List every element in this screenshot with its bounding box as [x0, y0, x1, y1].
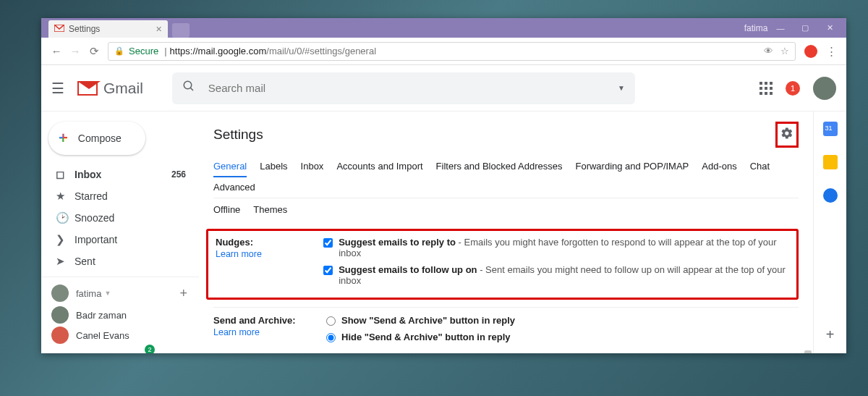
tab-general[interactable]: General	[213, 156, 247, 177]
sidebar-item-label: Starred	[75, 190, 108, 202]
avatar	[51, 306, 69, 324]
hangouts-user[interactable]: fatima ▼ +	[41, 282, 199, 305]
search-box[interactable]: ▼	[172, 72, 635, 104]
star-icon[interactable]: ☆	[780, 46, 789, 56]
titlebar: Settings ✕ fatima — ▢ ✕	[41, 18, 846, 38]
tasks-addon-icon[interactable]	[823, 188, 838, 203]
main-menu-button[interactable]: ☰	[51, 80, 67, 97]
url-field[interactable]: 🔒 Secure | https://mail.google.com /mail…	[108, 42, 796, 61]
new-conversation-button[interactable]: +	[179, 286, 187, 301]
tab-addons[interactable]: Add-ons	[702, 156, 736, 177]
tab-labels[interactable]: Labels	[260, 156, 287, 177]
settings-tabs-row2: Offline Themes	[213, 200, 799, 220]
hangouts-user-name: fatima	[76, 288, 101, 299]
chevron-down-icon: ▼	[104, 290, 111, 297]
browser-tab[interactable]: Settings ✕	[48, 20, 168, 38]
inbox-count: 256	[171, 169, 186, 180]
tab-filters[interactable]: Filters and Blocked Addresses	[436, 156, 563, 177]
chrome-profile-name[interactable]: fatima	[744, 18, 768, 38]
nav-back-button[interactable]: ←	[47, 45, 66, 57]
keep-addon-icon[interactable]	[823, 155, 838, 169]
setting-section-send-archive: Send and Archive: Learn more Show "Send …	[213, 307, 799, 353]
section-label: Nudges:	[216, 237, 323, 248]
settings-tabs: General Labels Inbox Accounts and Import…	[213, 156, 799, 198]
sidebar-item-snoozed[interactable]: 🕑 Snoozed	[41, 207, 199, 229]
window-maximize-button[interactable]: ▢	[793, 18, 817, 38]
address-bar: ← → ⟳ 🔒 Secure | https://mail.google.com…	[41, 38, 846, 65]
settings-pane: Settings General Labels Inbox Accounts a…	[199, 111, 813, 353]
scrollbar-thumb[interactable]	[804, 350, 812, 353]
option-label: Suggest emails to follow up on	[339, 264, 477, 275]
sidebar-item-label: Important	[75, 234, 117, 245]
section-label: Send and Archive:	[213, 315, 326, 326]
notifications-badge[interactable]: 1	[786, 81, 800, 96]
gmail-logo-text: Gmail	[103, 80, 143, 97]
window-close-button[interactable]: ✕	[817, 18, 842, 38]
option-label: Show "Send & Archive" button in reply	[341, 315, 515, 326]
hangouts-contact[interactable]: Badr zaman	[41, 305, 199, 325]
google-apps-button[interactable]	[760, 82, 773, 95]
nav-forward-button[interactable]: →	[66, 45, 85, 57]
learn-more-link[interactable]: Learn more	[216, 249, 262, 259]
tab-title: Settings	[69, 24, 100, 34]
account-avatar[interactable]	[813, 77, 836, 100]
send-archive-hide-radio[interactable]	[326, 333, 336, 342]
sidebar-item-label: Inbox	[75, 169, 101, 180]
sidebar-item-starred[interactable]: ★ Starred	[41, 185, 199, 207]
hangouts-contact[interactable]: Canel Evans	[41, 325, 199, 345]
compose-button[interactable]: + Compose	[48, 122, 145, 155]
search-input[interactable]	[208, 82, 618, 94]
sidebar-item-sent[interactable]: ➤ Sent	[41, 250, 199, 272]
star-icon: ★	[56, 190, 75, 203]
svg-line-2	[190, 88, 193, 90]
tab-forwarding[interactable]: Forwarding and POP/IMAP	[575, 156, 689, 177]
calendar-addon-icon[interactable]	[823, 122, 838, 136]
compose-label: Compose	[78, 132, 122, 144]
gear-icon[interactable]	[780, 130, 793, 142]
tab-themes[interactable]: Themes	[253, 200, 287, 219]
tab-advanced[interactable]: Advanced	[213, 177, 255, 197]
contact-name: Badr zaman	[76, 310, 127, 321]
sidebar: + Compose ◻ Inbox 256 ★ Starred 🕑 Snooze…	[41, 111, 199, 353]
gmail-favicon	[54, 24, 64, 34]
avatar	[51, 285, 69, 302]
send-archive-show-radio[interactable]	[326, 316, 336, 326]
nudges-reply-checkbox[interactable]	[323, 238, 333, 248]
nudges-followup-checkbox[interactable]	[323, 266, 333, 275]
sidebar-item-important[interactable]: ❯ Important	[41, 229, 199, 250]
tab-offline[interactable]: Offline	[213, 200, 240, 219]
page-title: Settings	[213, 127, 263, 143]
gmail-logo[interactable]: Gmail	[77, 80, 143, 97]
url-host: https://mail.google.com	[170, 46, 267, 56]
tab-close-icon[interactable]: ✕	[156, 25, 162, 34]
search-icon[interactable]	[182, 80, 195, 96]
browser-window: Settings ✕ fatima — ▢ ✕ ← → ⟳ 🔒 Secure |…	[41, 18, 846, 353]
eye-icon[interactable]: 👁	[764, 46, 773, 56]
chrome-menu-button[interactable]: ⋮	[822, 45, 841, 58]
sidebar-item-inbox[interactable]: ◻ Inbox 256	[41, 164, 199, 185]
lock-icon: 🔒	[114, 46, 124, 56]
clock-icon: 🕑	[56, 211, 75, 224]
highlight-box	[775, 122, 799, 148]
hangouts-badge[interactable]: 2	[145, 345, 155, 353]
extension-icon[interactable]	[804, 45, 817, 58]
gmail-header: ☰ Gmail ▼ 1	[41, 65, 846, 111]
important-icon: ❯	[56, 233, 75, 246]
option-label: Suggest emails to reply to	[339, 237, 456, 248]
contact-name: Canel Evans	[76, 330, 129, 341]
search-options-icon[interactable]: ▼	[618, 84, 625, 92]
tab-inbox[interactable]: Inbox	[301, 156, 324, 177]
new-tab-button[interactable]	[172, 23, 190, 38]
avatar	[51, 327, 69, 344]
tab-chat[interactable]: Chat	[750, 156, 770, 177]
get-addons-button[interactable]: +	[826, 327, 835, 343]
nav-reload-button[interactable]: ⟳	[85, 45, 103, 58]
tab-accounts[interactable]: Accounts and Import	[336, 156, 422, 177]
sidebar-item-label: Sent	[75, 256, 95, 267]
window-minimize-button[interactable]: —	[768, 18, 793, 38]
url-path: /mail/u/0/#settings/general	[266, 46, 376, 56]
highlight-box: Nudges: Learn more Suggest emails to rep…	[206, 229, 799, 300]
sidebar-item-label: Snoozed	[75, 212, 114, 224]
gmail-m-icon	[77, 81, 98, 96]
learn-more-link[interactable]: Learn more	[213, 327, 260, 337]
